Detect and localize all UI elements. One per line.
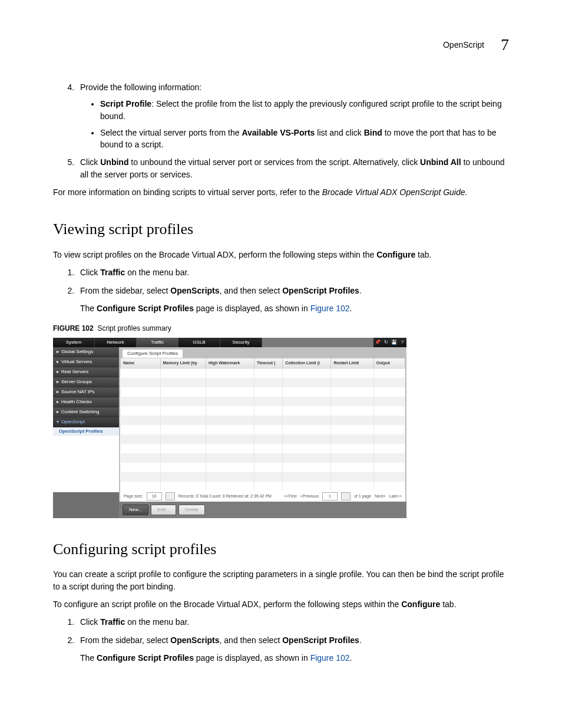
label-openscripts: OpenScripts [170,286,219,295]
page-size-label: Page size: [124,493,143,499]
text: : Select the profile from the list to ap… [100,99,502,120]
text: From the sidebar, select [80,635,170,645]
edit-button[interactable]: Edit... [151,505,176,515]
table-row[interactable] [121,482,405,491]
col-name[interactable]: Name [121,358,161,368]
table-row[interactable] [121,387,405,397]
text: To view script profiles on the Brocade V… [53,250,376,259]
tab-network[interactable]: Network [95,338,137,347]
sidebar-subitem-openscript-profiles[interactable]: OpenScript Profiles [53,427,119,436]
cfg-para-1: You can create a script profile to confi… [53,568,509,592]
text: , and then select [220,635,283,645]
label-openscripts: OpenScripts [170,635,219,645]
table-row[interactable] [121,463,405,472]
col-collection-limit[interactable]: Collection Limit (i [283,358,331,368]
table-row[interactable] [121,425,405,434]
chapter-number: 7 [501,35,509,54]
col-timeout[interactable]: Timeout ( [254,358,282,368]
text: tab. [415,250,431,259]
link-figure-102[interactable]: Figure 102 [310,653,350,663]
heading-viewing: Viewing script profiles [53,218,509,241]
table-row[interactable] [121,378,405,387]
refresh-icon[interactable]: ↻ [382,338,390,347]
text: . [359,286,362,295]
table-row[interactable] [121,434,405,444]
label-configure: Configure [401,599,440,609]
text: on the menu bar. [125,268,189,277]
pager-last[interactable]: Last>> [389,493,402,499]
cfg-step-2-result: The Configure Script Profiles page is di… [80,652,509,664]
page-size-dropdown[interactable] [166,492,175,500]
table-row[interactable] [121,397,405,406]
tab-traffic[interactable]: Traffic [137,338,178,347]
sidebar-item-source-nat-ips[interactable]: ▸Source NAT IPs [53,387,119,397]
sidebar-item-content-switching[interactable]: ▸Content Switching [53,407,119,417]
sidebar-item-label: Real Servers [61,369,88,374]
pager-of: of 1 page [354,493,371,499]
col-restart-limit[interactable]: Restart Limit [331,358,373,368]
sidebar-item-real-servers[interactable]: ▸Real Servers [53,367,119,377]
cfg-para-2: To configure an script profile on the Br… [53,598,509,610]
app-window: System Network Traffic GSLB Security 📌 ↻… [53,338,406,518]
cite-guide: Brocade Virtual ADX OpenScript Guide. [322,187,468,197]
view-step-1: Click Traffic on the menu bar. [77,266,509,278]
sidebar-item-label: Virtual Servers [61,359,92,364]
col-memory-limit[interactable]: Memory Limit (by [160,358,206,368]
figure-caption: FIGURE 102 Script profiles summary [53,324,509,334]
table-body [121,368,405,491]
page-size-value[interactable]: 16 [147,492,162,500]
table-row[interactable] [121,368,405,378]
text: . [350,653,352,663]
sidebar-item-openscript[interactable]: ▾OpenScript [53,417,119,427]
table-row[interactable] [121,444,405,453]
label-page: Configure Script Profiles [97,653,194,663]
tab-security[interactable]: Security [220,338,262,347]
save-icon[interactable]: 💾 [390,338,398,347]
heading-configuring: Configuring script profiles [53,538,509,561]
pager-page-dropdown[interactable] [341,492,351,500]
label-openscript-profiles: OpenScript Profiles [282,286,359,295]
chevron-down-icon: ▾ [57,417,61,427]
pager-next[interactable]: Next> [375,493,385,499]
pin-icon[interactable]: 📌 [373,338,382,347]
col-high-watermark[interactable]: High Watermark [206,358,254,368]
app-body: ▸Global Settings ▸Virtual Servers ▸Real … [53,347,406,518]
sidebar-item-server-groups[interactable]: ▸Server Groups [53,377,119,387]
text: The [80,653,97,663]
pager-first[interactable]: <<First [284,493,297,499]
table-row[interactable] [121,416,405,425]
page: OpenScript 7 Provide the following infor… [0,0,562,728]
pager-prev[interactable]: <Previous [300,493,319,499]
table-row[interactable] [121,472,405,482]
step-4: Provide the following information: Scrip… [77,81,509,150]
label-configure: Configure [376,250,415,259]
delete-button[interactable]: Delete [178,505,205,515]
link-figure-102[interactable]: Figure 102 [310,304,350,313]
new-button[interactable]: New... [123,505,148,515]
label-unbind: Unbind [100,157,128,167]
label-openscript-profiles: OpenScript Profiles [282,635,359,645]
table-row[interactable] [121,453,405,463]
view-steps: Click Traffic on the menu bar. From the … [53,266,509,314]
label-traffic: Traffic [100,617,125,627]
menu-bar-filler [262,338,373,347]
sidebar-fill [53,436,119,492]
pager-current[interactable]: 1 [322,492,338,500]
col-output[interactable]: Output [373,358,405,368]
help-icon[interactable]: ? [398,338,406,347]
text: list and click [315,128,363,137]
tab-system[interactable]: System [53,338,95,347]
page-header: OpenScript 7 [53,35,509,54]
table-row[interactable] [121,406,405,416]
text: page is displayed, as shown in [194,653,310,663]
sidebar-item-label: Health Checks [61,399,92,404]
sidebar-item-health-checks[interactable]: ▸Health Checks [53,397,119,407]
tab-gslb[interactable]: GSLB [178,338,220,347]
text: Click [80,617,100,627]
main-tab-configure-script-profiles[interactable]: Configure Script Profiles [123,350,183,358]
section-title: OpenScript [443,40,484,50]
steps-continued: Provide the following information: Scrip… [53,81,509,180]
sidebar-item-global-settings[interactable]: ▸Global Settings [53,347,119,357]
profiles-table: Name Memory Limit (by High Watermark Tim… [120,358,405,491]
sidebar-item-virtual-servers[interactable]: ▸Virtual Servers [53,357,119,367]
